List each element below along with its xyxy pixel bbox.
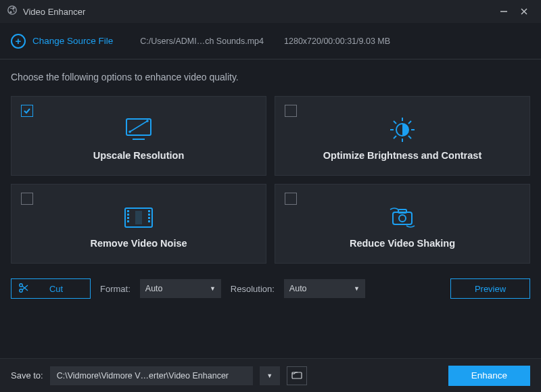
svg-rect-22 [127, 210, 129, 212]
card-upscale-resolution[interactable]: Upscale Resolution [11, 96, 266, 176]
svg-rect-24 [127, 217, 129, 219]
source-meta: 1280x720/00:00:31/9.03 MB [284, 36, 390, 46]
save-path-field[interactable]: C:\Vidmore\Vidmore V…erter\Video Enhance… [50, 366, 253, 385]
enhance-label: Enhance [471, 370, 507, 381]
card-label: Remove Video Noise [90, 238, 187, 249]
svg-point-9 [128, 130, 131, 133]
close-button[interactable] [514, 2, 534, 21]
card-brightness-contrast[interactable]: Optimize Brightness and Contrast [275, 96, 530, 176]
card-reduce-shaking[interactable]: Reduce Video Shaking [275, 184, 530, 264]
source-bar: + Change Source File C:/Users/ADMI…ch So… [0, 23, 541, 59]
chevron-down-icon: ▼ [266, 372, 273, 379]
camera-shake-icon [386, 204, 419, 231]
svg-point-0 [8, 6, 16, 14]
source-path: C:/Users/ADMI…ch Sounds.mp4 [140, 36, 264, 46]
minimize-button[interactable] [494, 2, 514, 21]
svg-line-35 [22, 286, 28, 291]
brightness-icon [388, 116, 417, 143]
svg-rect-31 [398, 210, 406, 213]
svg-line-17 [408, 136, 411, 139]
svg-line-16 [394, 121, 396, 124]
svg-rect-37 [292, 372, 302, 378]
checkbox-brightness[interactable] [285, 105, 297, 117]
app-title: Video Enhancer [23, 7, 85, 17]
preview-button[interactable]: Preview [450, 278, 530, 299]
svg-line-8 [130, 121, 147, 132]
svg-point-1 [12, 7, 14, 9]
svg-line-36 [22, 285, 28, 290]
film-noise-icon [122, 204, 155, 231]
format-value: Auto [145, 284, 163, 293]
svg-rect-30 [393, 212, 412, 224]
save-path-value: C:\Vidmore\Vidmore V…erter\Video Enhance… [57, 371, 229, 381]
enhance-button[interactable]: Enhance [448, 366, 530, 386]
svg-point-32 [399, 215, 406, 222]
instruction-text: Choose the following options to enhance … [11, 72, 530, 82]
cut-button[interactable]: Cut [11, 278, 91, 299]
footer: Save to: C:\Vidmore\Vidmore V…erter\Vide… [0, 358, 541, 392]
preview-label: Preview [475, 284, 506, 294]
monitor-icon [124, 116, 153, 143]
change-source-button[interactable]: Change Source File [32, 36, 113, 46]
format-select[interactable]: Auto ▼ [140, 279, 221, 298]
titlebar: Video Enhancer [0, 0, 541, 23]
save-path-dropdown[interactable]: ▼ [260, 366, 280, 385]
add-source-icon[interactable]: + [11, 34, 26, 49]
svg-point-2 [9, 11, 11, 13]
svg-line-18 [408, 121, 411, 124]
app-icon [7, 5, 18, 18]
svg-rect-26 [148, 210, 150, 212]
checkbox-noise[interactable] [21, 193, 33, 205]
resolution-value: Auto [289, 284, 307, 293]
svg-rect-27 [148, 214, 150, 216]
card-label: Upscale Resolution [93, 150, 185, 161]
svg-rect-25 [127, 220, 129, 222]
svg-rect-21 [135, 211, 142, 224]
card-remove-noise[interactable]: Remove Video Noise [11, 184, 266, 264]
svg-rect-28 [148, 217, 150, 219]
svg-point-10 [146, 120, 149, 122]
resolution-label: Resolution: [231, 284, 275, 294]
cut-label: Cut [29, 284, 83, 294]
chevron-down-icon: ▼ [210, 285, 216, 292]
card-label: Reduce Video Shaking [350, 238, 455, 249]
scissors-icon [18, 283, 29, 295]
browse-folder-button[interactable] [287, 366, 307, 385]
chevron-down-icon: ▼ [354, 285, 360, 292]
folder-icon [291, 370, 302, 382]
format-label: Format: [100, 284, 131, 294]
save-to-label: Save to: [11, 370, 43, 381]
svg-rect-23 [127, 214, 129, 216]
svg-rect-29 [148, 220, 150, 222]
resolution-select[interactable]: Auto ▼ [284, 279, 365, 298]
card-label: Optimize Brightness and Contrast [323, 150, 481, 161]
svg-line-19 [394, 136, 396, 139]
checkbox-upscale[interactable] [21, 105, 33, 117]
checkbox-shaking[interactable] [285, 193, 297, 205]
